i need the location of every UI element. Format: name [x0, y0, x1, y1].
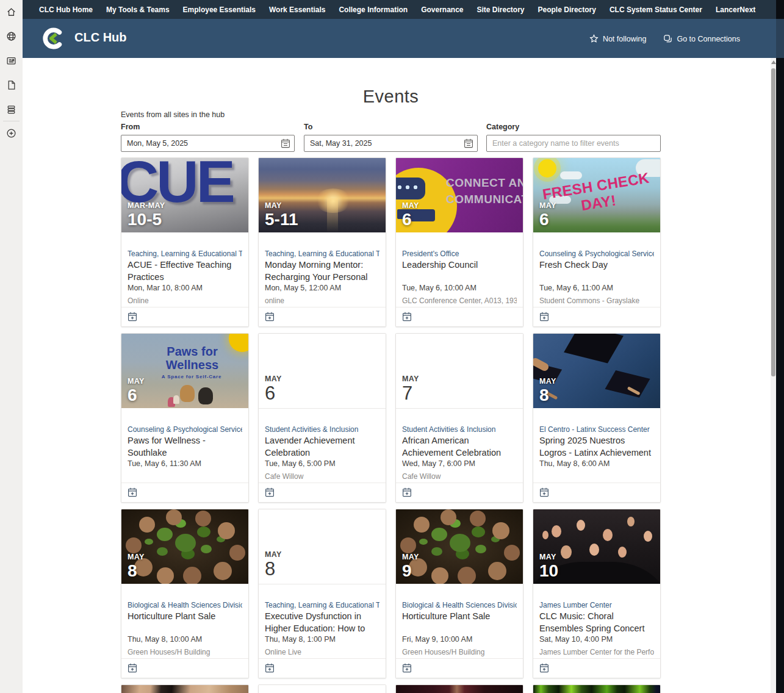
top-nav-item[interactable]: People Directory — [531, 5, 603, 14]
event-card[interactable]: MAY 8 Teaching, Learning & Educational T… — [258, 509, 386, 678]
window-right-edge — [776, 0, 784, 693]
event-card-partial[interactable] — [121, 684, 249, 693]
to-label: To — [304, 123, 312, 131]
event-category-link[interactable]: El Centro - Latinx Success Center — [539, 425, 654, 434]
globe-icon[interactable] — [6, 31, 16, 41]
home-icon[interactable] — [6, 7, 16, 17]
event-image-text: Paws for Wellness — [157, 345, 228, 372]
event-category-link[interactable]: Counseling & Psychological Services — [539, 250, 654, 258]
event-card[interactable]: MAY 8 Biological & Health Sciences Divis… — [121, 509, 249, 678]
event-datetime: Tue, May 6, 5:00 PM — [265, 459, 379, 468]
connections-icon — [663, 34, 672, 43]
calendar-plus-icon — [539, 487, 549, 497]
event-day: 8 — [128, 562, 145, 580]
event-day: 9 — [402, 562, 419, 580]
scrollbar-thumb[interactable] — [771, 68, 775, 376]
event-category-link[interactable]: Counseling & Psychological Services — [128, 425, 242, 434]
document-icon[interactable] — [6, 80, 16, 90]
event-card[interactable]: Paws for Wellness A Space for Self-Care … — [121, 333, 249, 503]
event-category-link[interactable]: President's Office — [402, 250, 517, 258]
event-card[interactable]: MAY 10 James Lumber Center CLC Music: Ch… — [533, 509, 661, 678]
add-to-calendar-button[interactable] — [539, 663, 549, 673]
add-to-calendar-button[interactable] — [401, 663, 412, 673]
top-nav-item[interactable]: Site Directory — [470, 5, 531, 14]
event-title: African American Achievement Celebration — [402, 434, 517, 459]
add-to-calendar-button[interactable] — [264, 312, 275, 322]
add-to-calendar-button[interactable] — [539, 487, 549, 498]
top-nav-item[interactable]: My Tools & Teams — [99, 5, 176, 14]
event-category-link[interactable]: James Lumber Center — [539, 601, 654, 609]
go-to-connections-label: Go to Connections — [677, 35, 740, 43]
add-to-calendar-button[interactable] — [264, 663, 275, 673]
event-card[interactable]: MAY 6 Student Activities & Inclusion Lav… — [258, 333, 386, 503]
top-nav-item[interactable]: Work Essentials — [262, 5, 332, 14]
top-nav-item[interactable]: Governance — [414, 5, 470, 14]
category-filter-input[interactable] — [486, 135, 661, 152]
event-date-badge: MAY 6 — [128, 377, 145, 404]
event-location: GLC Conference Center, A013, 19351 W W..… — [402, 296, 517, 305]
calendar-plus-icon — [265, 487, 275, 497]
add-to-calendar-button[interactable] — [127, 312, 137, 322]
top-nav-item[interactable]: CLC System Status Center — [603, 5, 709, 14]
vertical-scrollbar[interactable] — [771, 58, 776, 693]
event-card[interactable]: MAY 5-11 Teaching, Learning & Educationa… — [258, 157, 386, 327]
event-day: 5-11 — [265, 210, 298, 228]
top-nav-item[interactable]: Employee Essentials — [176, 5, 262, 14]
news-icon[interactable] — [6, 56, 16, 66]
event-date-badge: MAR-MAY 10-5 — [128, 201, 165, 228]
event-card[interactable]: CONNECT AND COMMUNICATE MAY 6 President'… — [395, 157, 523, 327]
add-to-calendar-button[interactable] — [401, 312, 412, 322]
event-category-link[interactable]: Student Activities & Inclusion — [265, 425, 379, 434]
event-day: 8 — [539, 386, 556, 404]
calendar-plus-icon — [539, 663, 549, 673]
event-image — [259, 685, 386, 693]
lists-icon[interactable] — [6, 104, 16, 115]
event-card[interactable]: MAY 8 El Centro - Latinx Success Center … — [533, 333, 661, 503]
add-to-calendar-button[interactable] — [539, 312, 549, 322]
event-category-link[interactable]: Teaching, Learning & Educational Technol… — [265, 601, 379, 609]
event-month: MAY — [128, 377, 145, 386]
header-actions: Not following Go to Connections — [589, 34, 740, 43]
event-card[interactable]: MAY 9 Biological & Health Sciences Divis… — [395, 509, 523, 678]
event-date-badge: MAY 8 — [128, 553, 145, 580]
event-month: MAY — [128, 553, 145, 561]
add-to-calendar-button[interactable] — [264, 487, 275, 498]
event-location: Green Houses/H Building — [128, 648, 242, 656]
event-date-badge: MAY 6 — [539, 201, 556, 228]
event-image-subtext: A Space for Self-Care — [146, 374, 237, 379]
top-nav-item[interactable]: LancerNext — [709, 5, 762, 14]
event-card-partial[interactable] — [258, 684, 386, 693]
calendar-plus-icon — [402, 312, 412, 321]
top-nav-item[interactable]: College Information — [332, 5, 414, 14]
top-nav-item[interactable]: CLC Hub Home — [32, 5, 99, 14]
event-card[interactable]: FRESH CHECK DAY! MAY 6 Counseling & Psyc… — [533, 157, 661, 327]
event-card[interactable]: CUE MAR-MAY 10-5 Teaching, Learning & Ed… — [121, 157, 249, 327]
app-bar — [0, 0, 23, 693]
scrollbar-up-arrow[interactable] — [771, 60, 776, 64]
event-category-link[interactable]: Teaching, Learning & Educational Technol… — [265, 250, 379, 258]
clc-logo-icon[interactable] — [41, 27, 64, 50]
event-title: Horticulture Plant Sale — [128, 610, 242, 622]
event-month: MAY — [539, 553, 558, 561]
event-category-link[interactable]: Biological & Health Sciences Division — [402, 601, 517, 609]
add-to-calendar-button[interactable] — [401, 487, 412, 498]
event-category-link[interactable]: Student Activities & Inclusion — [402, 425, 517, 434]
to-date-input[interactable] — [304, 135, 478, 152]
add-to-calendar-button[interactable] — [127, 663, 137, 673]
event-day: 10 — [539, 562, 558, 580]
event-category-link[interactable]: Teaching, Learning & Educational Technol… — [128, 250, 242, 258]
event-card-footer — [396, 483, 523, 502]
event-image: MAY 8 — [259, 509, 386, 584]
add-to-calendar-button[interactable] — [127, 487, 137, 498]
site-title[interactable]: CLC Hub — [74, 31, 127, 45]
event-date-badge: MAY 6 — [402, 201, 419, 228]
event-category-link[interactable]: Biological & Health Sciences Division — [128, 601, 242, 609]
create-icon[interactable] — [6, 128, 16, 138]
follow-button[interactable]: Not following — [589, 34, 647, 43]
event-card-footer — [259, 483, 386, 502]
event-card-partial[interactable] — [533, 684, 661, 693]
event-card[interactable]: MAY 7 Student Activities & Inclusion Afr… — [395, 333, 523, 503]
from-date-input[interactable] — [121, 135, 295, 152]
go-to-connections-button[interactable]: Go to Connections — [663, 34, 740, 43]
event-card-partial[interactable] — [395, 684, 523, 693]
